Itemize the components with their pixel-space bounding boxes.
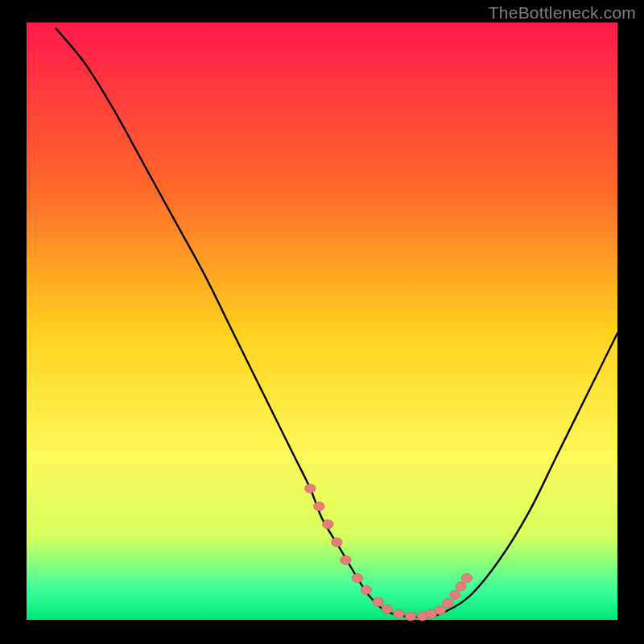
- data-marker: [394, 609, 405, 618]
- data-marker: [305, 484, 316, 493]
- data-marker: [435, 606, 446, 615]
- data-marker: [341, 555, 352, 564]
- watermark-text: TheBottleneck.com: [489, 3, 636, 23]
- chart-root: TheBottleneck.com: [0, 0, 644, 644]
- data-marker: [332, 538, 343, 547]
- data-marker: [323, 520, 334, 529]
- data-marker: [405, 612, 416, 621]
- data-marker: [382, 605, 393, 613]
- data-marker: [449, 590, 460, 599]
- data-marker: [456, 582, 467, 591]
- data-marker: [443, 599, 454, 608]
- bottleneck-chart: [0, 0, 644, 644]
- data-marker: [461, 573, 473, 582]
- data-marker: [361, 585, 372, 594]
- data-marker: [352, 573, 363, 582]
- data-marker: [314, 502, 325, 510]
- data-marker: [373, 597, 384, 606]
